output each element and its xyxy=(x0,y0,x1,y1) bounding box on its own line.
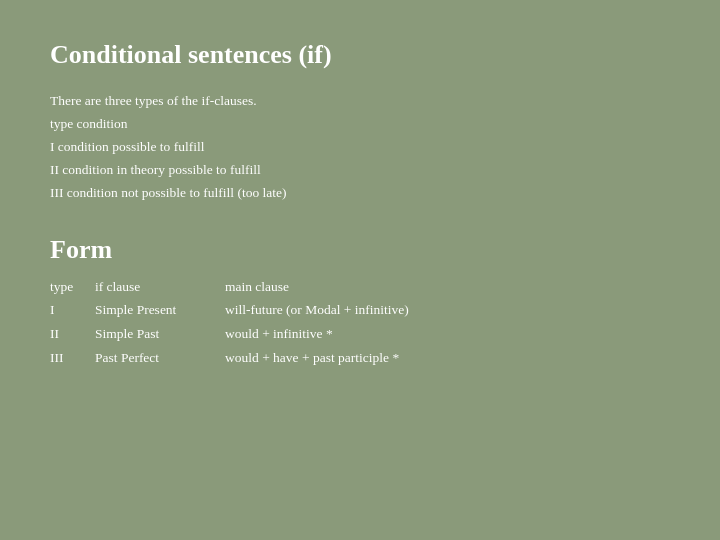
intro-line1: There are three types of the if-clauses. xyxy=(50,90,670,113)
form-table: type if clause main clause I Simple Pres… xyxy=(50,275,670,370)
header-if: if clause xyxy=(95,275,225,299)
row3-if: Past Perfect xyxy=(95,346,225,370)
page-title: Conditional sentences (if) xyxy=(50,40,670,70)
form-row-3: III Past Perfect would + have + past par… xyxy=(50,346,670,370)
form-row-1: I Simple Present will-future (or Modal +… xyxy=(50,298,670,322)
row2-if: Simple Past xyxy=(95,322,225,346)
intro-header: type condition xyxy=(50,113,670,136)
row1-main: will-future (or Modal + infinitive) xyxy=(225,298,409,322)
row2-type: II xyxy=(50,322,95,346)
row3-type: III xyxy=(50,346,95,370)
intro-row3: III condition not possible to fulfill (t… xyxy=(50,182,670,205)
slide: Conditional sentences (if) There are thr… xyxy=(0,0,720,540)
form-section: Form type if clause main clause I Simple… xyxy=(50,235,670,370)
intro-row1: I condition possible to fulfill xyxy=(50,136,670,159)
header-main: main clause xyxy=(225,275,289,299)
form-header-row: type if clause main clause xyxy=(50,275,670,299)
row3-main: would + have + past participle * xyxy=(225,346,399,370)
row2-main: would + infinitive * xyxy=(225,322,333,346)
intro-section: There are three types of the if-clauses.… xyxy=(50,90,670,205)
intro-row2: II condition in theory possible to fulfi… xyxy=(50,159,670,182)
row1-if: Simple Present xyxy=(95,298,225,322)
row1-type: I xyxy=(50,298,95,322)
header-type: type xyxy=(50,275,95,299)
form-row-2: II Simple Past would + infinitive * xyxy=(50,322,670,346)
form-title: Form xyxy=(50,235,670,265)
